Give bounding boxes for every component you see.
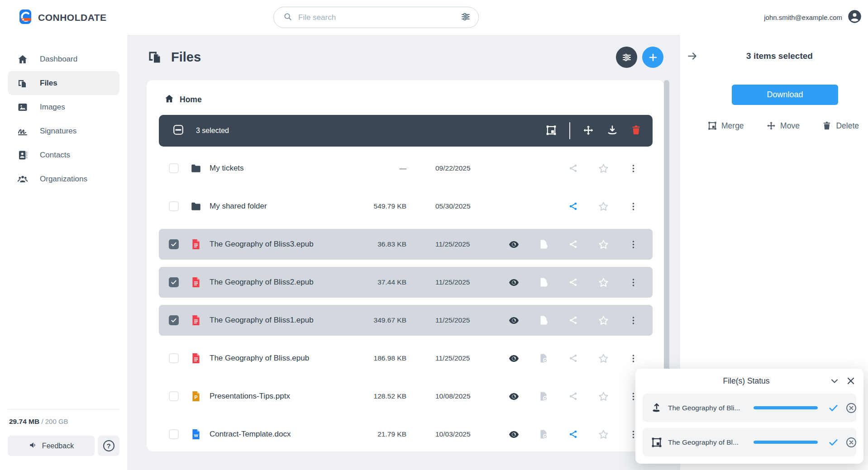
add-button[interactable]: [642, 47, 663, 68]
file-row[interactable]: The Geography of Bliss.epub186.98 KB11/2…: [159, 339, 653, 377]
share-icon[interactable]: [568, 163, 578, 173]
list-settings-button[interactable]: [616, 47, 637, 68]
download-button[interactable]: [606, 124, 618, 138]
trash-icon: [822, 121, 832, 131]
convert-file-icon[interactable]: [538, 239, 549, 250]
preview-eye-icon[interactable]: [508, 353, 520, 364]
row-checkbox[interactable]: [169, 277, 179, 287]
kebab-icon[interactable]: [629, 354, 638, 363]
merge-panel-button[interactable]: Merge: [707, 121, 744, 131]
share-icon[interactable]: [568, 429, 578, 439]
file-row[interactable]: WContract-Template.docx21.79 KB10/03/202…: [159, 415, 653, 451]
convert-file-icon[interactable]: [538, 391, 549, 402]
file-name: Contract-Template.docx: [210, 430, 356, 439]
share-icon[interactable]: [568, 201, 578, 211]
sidebar-item-files[interactable]: Files: [8, 71, 119, 95]
sidebar-item-signatures[interactable]: Signatures: [8, 119, 119, 143]
file-row[interactable]: The Geography of Bliss2.epub37.44 KB11/2…: [159, 263, 653, 301]
convert-file-icon[interactable]: [538, 353, 549, 364]
search-filter-icon[interactable]: [460, 11, 471, 24]
preview-eye-icon[interactable]: [508, 239, 520, 250]
panel-download-button[interactable]: Download: [732, 85, 838, 105]
star-icon[interactable]: [598, 239, 609, 250]
move-panel-button[interactable]: Move: [766, 121, 800, 131]
star-icon[interactable]: [598, 391, 609, 402]
contacts-icon: [17, 150, 28, 161]
star-icon[interactable]: [598, 201, 609, 212]
row-checkbox[interactable]: [169, 391, 179, 401]
organizations-icon: [17, 174, 28, 185]
share-icon[interactable]: [568, 391, 578, 401]
user-block: john.smith@example.com: [764, 0, 862, 35]
app-window: CONHOLDATE john.smith@example.com: [0, 0, 868, 470]
feedback-label: Feedback: [42, 442, 74, 450]
file-date: 11/25/2025: [435, 240, 499, 248]
row-checkbox[interactable]: [169, 163, 179, 173]
collapse-panel-button[interactable]: [687, 50, 698, 62]
cancel-status-icon[interactable]: [845, 402, 857, 414]
sidebar-item-organizations[interactable]: Organizations: [8, 167, 119, 191]
scrollbar-thumb[interactable]: [664, 80, 669, 379]
sidebar-item-images[interactable]: Images: [8, 95, 119, 119]
brand-logo[interactable]: CONHOLDATE: [18, 9, 107, 26]
row-checkbox[interactable]: [169, 353, 179, 363]
file-row[interactable]: My shared folder549.79 KB05/30/2025: [159, 187, 653, 225]
feedback-button[interactable]: Feedback: [8, 436, 95, 456]
file-rows: My tickets—09/22/2025My shared folder549…: [159, 149, 653, 451]
move-button[interactable]: [582, 124, 594, 138]
kebab-icon[interactable]: [629, 202, 638, 211]
kebab-icon[interactable]: [629, 316, 638, 325]
preview-eye-icon[interactable]: [508, 391, 520, 402]
brand-name: CONHOLDATE: [38, 12, 107, 23]
star-icon[interactable]: [598, 315, 609, 326]
kebab-icon[interactable]: [629, 278, 638, 287]
convert-file-icon[interactable]: [538, 277, 549, 288]
file-row[interactable]: PPresentations-Tips.pptx128.52 KB10/08/2…: [159, 377, 653, 415]
delete-button[interactable]: [630, 124, 642, 137]
indeterminate-checkbox-icon[interactable]: [172, 124, 184, 138]
status-row: The Geography of Bli...: [643, 394, 856, 422]
preview-eye-icon[interactable]: [508, 429, 520, 440]
sidebar-item-contacts[interactable]: Contacts: [8, 143, 119, 167]
share-icon[interactable]: [568, 353, 578, 363]
preview-eye-icon[interactable]: [508, 315, 520, 326]
row-checkbox[interactable]: [169, 315, 179, 325]
sidebar-item-label: Files: [40, 79, 57, 88]
preview-eye-icon[interactable]: [508, 277, 520, 288]
row-checkbox[interactable]: [169, 239, 179, 249]
delete-panel-button[interactable]: Delete: [822, 121, 859, 131]
file-row[interactable]: My tickets—09/22/2025: [159, 149, 653, 187]
status-rows: The Geography of Bli...The Geography of …: [643, 394, 856, 456]
status-panel-title: File(s) Status: [643, 376, 824, 386]
share-icon[interactable]: [568, 239, 578, 249]
close-icon[interactable]: [845, 375, 856, 386]
divider: [8, 409, 119, 409]
star-icon[interactable]: [598, 163, 609, 174]
items-selected-label: 3 items selected: [698, 51, 868, 61]
share-icon[interactable]: [568, 315, 578, 325]
convert-file-icon[interactable]: [538, 429, 549, 440]
star-icon[interactable]: [598, 429, 609, 440]
row-checkbox[interactable]: [169, 429, 179, 439]
breadcrumb[interactable]: Home: [164, 94, 653, 106]
search-input[interactable]: [298, 13, 460, 22]
files-icon: [147, 48, 163, 66]
file-row[interactable]: The Geography of Bliss1.epub349.67 KB11/…: [159, 301, 653, 339]
share-icon[interactable]: [568, 277, 578, 287]
file-row[interactable]: The Geography of Bliss3.epub36.83 KB11/2…: [159, 225, 653, 263]
kebab-icon[interactable]: [629, 164, 638, 173]
chevron-down-icon[interactable]: [829, 375, 840, 386]
merge-button[interactable]: [545, 124, 557, 138]
user-avatar[interactable]: [848, 9, 862, 25]
convert-file-icon[interactable]: [538, 315, 549, 326]
help-button[interactable]: ?: [98, 436, 119, 456]
row-checkbox[interactable]: [169, 201, 179, 211]
star-icon[interactable]: [598, 353, 609, 364]
sidebar-item-dashboard[interactable]: Dashboard: [8, 47, 119, 71]
merge-icon: [707, 121, 717, 131]
kebab-icon[interactable]: [629, 240, 638, 249]
star-icon[interactable]: [598, 277, 609, 288]
cancel-status-icon[interactable]: [845, 437, 857, 448]
file-name: Presentations-Tips.pptx: [210, 392, 356, 401]
storage-usage: 29.74 MB / 200 GB: [8, 418, 119, 426]
